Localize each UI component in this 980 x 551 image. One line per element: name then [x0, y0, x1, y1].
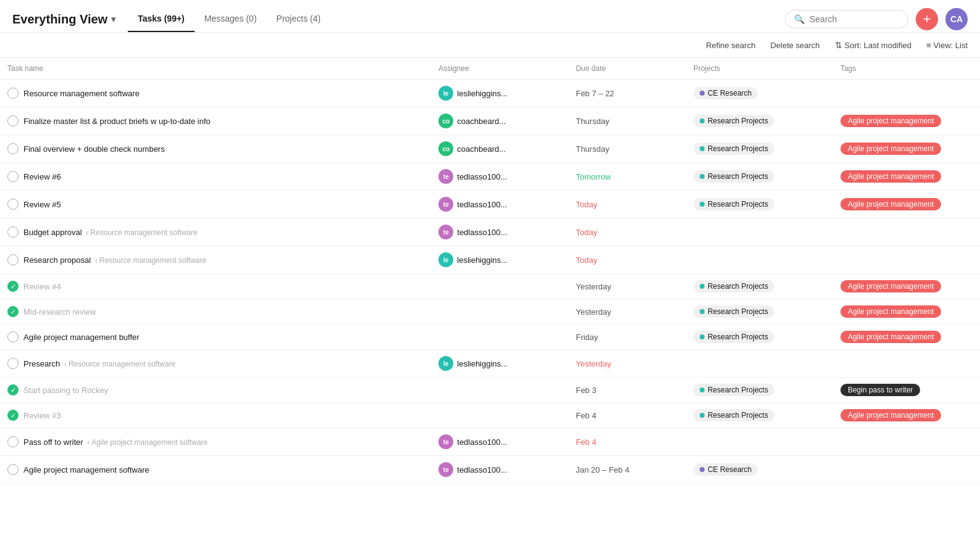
project-dot-icon — [700, 309, 705, 314]
table-row[interactable]: Finalize master list & product briefs w … — [0, 107, 980, 135]
tag-badge[interactable]: Agile project management — [840, 170, 941, 183]
task-check-icon[interactable] — [7, 464, 19, 475]
task-name: Review #3 — [23, 411, 61, 420]
task-name: Presearch ‹Resource management software — [23, 359, 175, 368]
task-check-icon[interactable] — [7, 254, 19, 265]
due-date-cell: Yesterday — [568, 274, 685, 299]
table-row[interactable]: ✓Start passing to RockeyFeb 3Research Pr… — [0, 378, 980, 403]
assignee-cell: tetedlasso100... — [431, 456, 568, 484]
project-name: CE Research — [708, 89, 752, 97]
project-badge[interactable]: Research Projects — [693, 198, 774, 210]
project-cell: Research Projects — [686, 378, 833, 403]
sort-button[interactable]: ⇅ Sort: Last modified — [835, 40, 911, 50]
assignee-name: tedlasso100... — [457, 172, 507, 181]
project-cell: Research Projects — [686, 403, 833, 428]
task-check-icon[interactable] — [7, 358, 19, 369]
tag-badge[interactable]: Agile project management — [840, 198, 941, 210]
project-badge[interactable]: Research Projects — [693, 115, 774, 127]
tags-cell: Agile project management — [833, 274, 980, 299]
project-cell — [686, 218, 833, 246]
task-check-icon[interactable]: ✓ — [7, 384, 19, 396]
task-check-icon[interactable]: ✓ — [7, 306, 19, 317]
task-check-icon[interactable]: ✓ — [7, 281, 19, 292]
task-name: Agile project management software — [23, 465, 149, 474]
due-date-text: Yesterday — [576, 282, 611, 291]
project-badge[interactable]: Research Projects — [693, 280, 774, 292]
table-row[interactable]: Pass off to writer ‹Agile project manage… — [0, 428, 980, 456]
task-subtask: ‹Resource management software — [93, 256, 206, 265]
due-date-cell: Feb 4 — [568, 403, 685, 428]
project-badge[interactable]: Research Projects — [693, 384, 774, 396]
due-date-cell: Jan 20 – Feb 4 — [568, 456, 685, 484]
tag-badge[interactable]: Agile project management — [840, 305, 941, 318]
assignee-name: tedlasso100... — [457, 465, 507, 474]
view-button[interactable]: ≡ View: List — [926, 41, 968, 50]
table-row[interactable]: ✓Review #3Feb 4Research ProjectsAgile pr… — [0, 403, 980, 428]
project-badge[interactable]: CE Research — [693, 87, 758, 99]
assignee-avatar: te — [438, 434, 453, 449]
tag-badge[interactable]: Agile project management — [840, 115, 941, 127]
project-dot-icon — [700, 118, 705, 123]
assignee-name: lesliehiggins... — [457, 359, 508, 368]
table-row[interactable]: ✓Review #4YesterdayResearch ProjectsAgil… — [0, 274, 980, 299]
delete-search-button[interactable]: Delete search — [770, 41, 819, 50]
project-cell: Research Projects — [686, 107, 833, 135]
project-name: Research Projects — [708, 333, 768, 341]
due-date-text: Feb 3 — [576, 386, 596, 395]
task-name: Review #5 — [23, 200, 61, 209]
project-cell: CE Research — [686, 456, 833, 484]
task-check-icon[interactable] — [7, 88, 19, 99]
task-name: Budget approval ‹Resource management sof… — [23, 228, 198, 237]
table-row[interactable]: Presearch ‹Resource management softwarel… — [0, 350, 980, 378]
search-input[interactable] — [810, 14, 899, 24]
table-row[interactable]: Research proposal ‹Resource management s… — [0, 246, 980, 274]
tab-projects[interactable]: Projects (4) — [267, 6, 331, 32]
table-row[interactable]: Review #5tetedlasso100...TodayResearch P… — [0, 191, 980, 218]
task-check-icon[interactable] — [7, 436, 19, 447]
view-icon: ≡ — [926, 41, 931, 50]
assignee-name: lesliehiggins... — [457, 89, 508, 98]
table-row[interactable]: Resource management softwarelelesliehigg… — [0, 80, 980, 107]
task-check-icon[interactable] — [7, 115, 19, 126]
tab-tasks[interactable]: Tasks (99+) — [128, 6, 195, 32]
project-badge[interactable]: Research Projects — [693, 305, 774, 318]
tag-badge[interactable]: Agile project management — [840, 409, 941, 421]
project-dot-icon — [700, 467, 705, 472]
task-check-icon[interactable] — [7, 171, 19, 182]
sort-icon: ⇅ — [835, 40, 842, 50]
project-badge[interactable]: Research Projects — [693, 170, 774, 183]
project-name: Research Projects — [708, 117, 768, 125]
task-check-icon[interactable] — [7, 143, 19, 154]
add-button[interactable]: + — [916, 8, 938, 30]
assignee-cell: cocoachbeard... — [431, 107, 568, 135]
title-text: Everything View — [12, 12, 107, 27]
table-row[interactable]: Review #6tetedlasso100...TomorrowResearc… — [0, 163, 980, 191]
table-row[interactable]: Agile project management bufferFridayRes… — [0, 325, 980, 350]
project-badge[interactable]: Research Projects — [693, 331, 774, 343]
tab-messages[interactable]: Messages (0) — [195, 6, 267, 32]
table-row[interactable]: Final overview + double check numberscoc… — [0, 135, 980, 163]
chevron-down-icon[interactable]: ▾ — [111, 14, 115, 24]
task-check-icon[interactable] — [7, 331, 19, 342]
table-row[interactable]: Budget approval ‹Resource management sof… — [0, 218, 980, 246]
task-check-icon[interactable]: ✓ — [7, 410, 19, 421]
project-cell: Research Projects — [686, 135, 833, 163]
task-check-icon[interactable] — [7, 226, 19, 238]
task-check-icon[interactable] — [7, 199, 19, 210]
project-badge[interactable]: CE Research — [693, 463, 758, 476]
col-header-task: Task name — [0, 58, 431, 80]
due-date-text: Jan 20 – Feb 4 — [576, 465, 629, 474]
project-dot-icon — [700, 413, 705, 418]
project-badge[interactable]: Research Projects — [693, 409, 774, 421]
table-row[interactable]: Agile project management softwaretetedla… — [0, 456, 980, 484]
tag-badge[interactable]: Agile project management — [840, 331, 941, 343]
due-date-text: Thursday — [576, 144, 609, 154]
tab-bar: Tasks (99+) Messages (0) Projects (4) — [128, 6, 330, 32]
table-row[interactable]: ✓Mid-research reviewYesterdayResearch Pr… — [0, 299, 980, 325]
tag-badge[interactable]: Agile project management — [840, 143, 941, 155]
tag-badge-dark[interactable]: Begin pass to writer — [840, 384, 920, 396]
tag-badge[interactable]: Agile project management — [840, 280, 941, 292]
project-badge[interactable]: Research Projects — [693, 143, 774, 155]
project-cell: Research Projects — [686, 191, 833, 218]
refine-search-button[interactable]: Refine search — [706, 41, 755, 50]
